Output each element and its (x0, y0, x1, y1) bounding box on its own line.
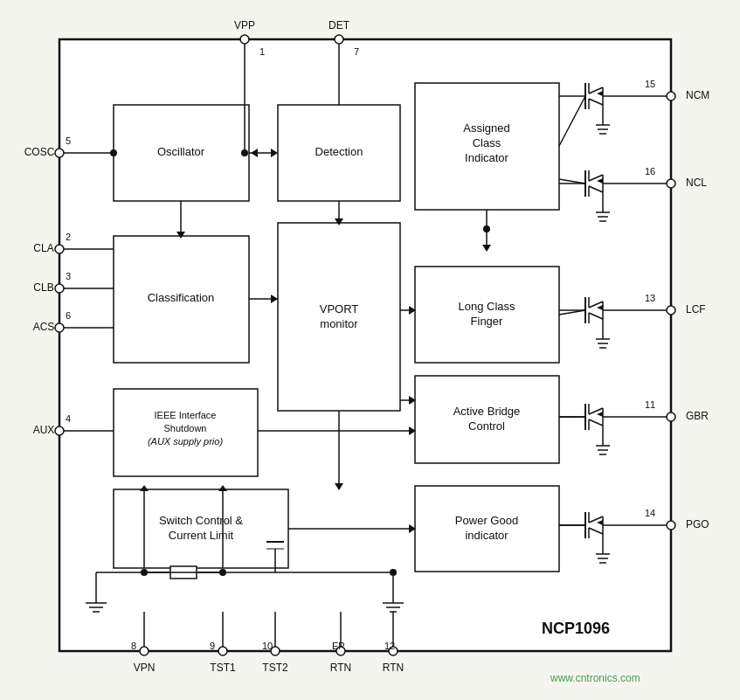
pin-ep-num: EP (332, 641, 345, 651)
pin-vpp-num: 1 (259, 46, 265, 57)
pin-vpn-circle (140, 647, 149, 655)
pin-gbr-num: 11 (645, 399, 655, 410)
ieee-interface-label2: Shutdown (164, 423, 207, 433)
pin-aux-circle (55, 426, 64, 435)
pin-gbr-circle (667, 412, 675, 421)
pin-aux-num: 4 (66, 413, 71, 424)
svg-point-69 (110, 149, 117, 156)
pin-vpp-label: VPP (234, 19, 255, 31)
power-good-label1: Power Good (455, 514, 518, 527)
active-bridge-label2: Control (468, 419, 505, 433)
assigned-class-label1: Assigned (463, 121, 509, 135)
pin-ncm-num: 15 (645, 79, 655, 89)
pin-cosc-num: 5 (66, 135, 71, 146)
power-good-label2: indicator (465, 529, 508, 542)
long-class-finger-label2: Finger (471, 315, 504, 328)
pin-tst1-num: 9 (210, 641, 215, 651)
watermark: www.cntronics.com (550, 672, 640, 684)
pin-aux-label: AUX (33, 424, 55, 436)
pin-det-num: 7 (354, 46, 359, 57)
pin-ep-rtn-label: RTN (330, 662, 351, 674)
pin-ncl-label: NCL (686, 177, 707, 189)
pin-vpp-circle (240, 35, 249, 44)
pin-vpn-label: VPN (134, 662, 156, 674)
vport-label1: VPORT (320, 302, 359, 315)
pin-lcf-circle (667, 306, 675, 315)
ieee-interface-label3: (AUX supply prio) (148, 436, 224, 447)
assigned-class-label3: Indicator (465, 151, 509, 164)
detection-label: Detection (315, 145, 363, 158)
pin-cla-label: CLA (33, 242, 53, 254)
pin-tst1-label: TST1 (210, 662, 236, 674)
long-class-finger-label1: Long Class (458, 300, 515, 313)
pin-lcf-label: LCF (686, 303, 706, 315)
pin-tst1-circle (218, 647, 227, 655)
pin-cosc-label: COSC (24, 146, 55, 158)
vport-label2: monitor (320, 317, 358, 330)
ieee-interface-label1: IEEE Interface (155, 410, 217, 420)
pin-rtn12-label: RTN (383, 662, 404, 674)
pin-cla-circle (55, 245, 64, 253)
pin-tst2-num: 10 (262, 641, 273, 651)
pin-cosc-circle (55, 149, 64, 157)
pin-pgo-num: 14 (645, 508, 655, 518)
pin-cla-num: 2 (66, 232, 71, 242)
diagram-wrapper: Oscillator Detection Assigned Class Indi… (0, 0, 740, 700)
pin-acs-circle (55, 323, 64, 332)
chip-title: NCP1096 (542, 620, 610, 637)
pin-rtn12-num: 12 (384, 641, 395, 651)
pin-pgo-circle (667, 521, 675, 530)
pin-lcf-num: 13 (645, 293, 655, 303)
pin-ncl-circle (667, 179, 675, 188)
pin-clb-circle (55, 284, 64, 293)
pin-acs-label: ACS (33, 321, 55, 333)
classification-label: Classification (148, 291, 215, 304)
pin-clb-num: 3 (66, 271, 71, 281)
pin-ncm-label: NCM (686, 89, 709, 101)
pin-acs-num: 6 (66, 310, 71, 321)
oscillator-label: Oscillator (157, 145, 205, 158)
pin-ncl-num: 16 (645, 166, 655, 177)
pin-det-circle (335, 35, 343, 44)
pin-vpn-num: 8 (131, 641, 136, 651)
pin-tst2-label: TST2 (262, 662, 288, 674)
pin-ncm-circle (667, 92, 675, 100)
active-bridge-label1: Active Bridge (453, 405, 521, 418)
switch-control-label1: Switch Control & (159, 514, 243, 527)
switch-control-label2: Current Limit (169, 529, 234, 542)
pin-clb-label: CLB (33, 281, 53, 294)
pin-gbr-label: GBR (686, 410, 709, 422)
pin-det-label: DET (329, 19, 350, 31)
pin-pgo-label: PGO (686, 518, 709, 530)
assigned-class-label2: Class (473, 136, 501, 149)
